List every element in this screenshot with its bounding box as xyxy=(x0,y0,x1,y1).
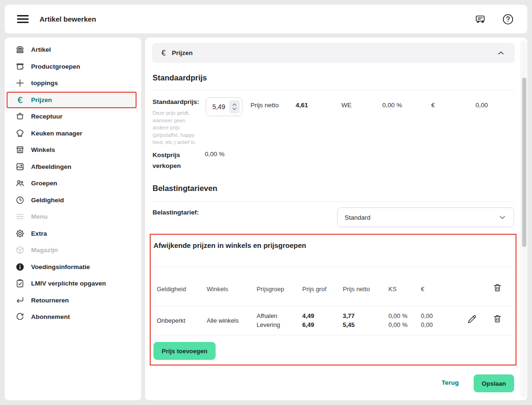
stepper-down-icon[interactable] xyxy=(232,107,237,111)
delete-all-icon[interactable] xyxy=(492,283,502,294)
sidebar-item-label: Keuken manager xyxy=(31,130,82,137)
we-label: WE xyxy=(341,102,352,109)
deviating-prices-section: Afwijkende prijzen in winkels en prijsgr… xyxy=(150,234,516,365)
divider xyxy=(153,90,515,90)
sidebar-item-toppings[interactable]: toppings xyxy=(5,75,141,92)
sidebar-item-geldigheid[interactable]: Geldigheid xyxy=(5,192,141,209)
col-euro: € xyxy=(421,286,424,293)
sidebar-item-label: Extra xyxy=(31,230,47,237)
col-winkels: Winkels xyxy=(207,286,228,293)
sidebar-item-groepen[interactable]: Groepen xyxy=(5,175,141,192)
sidebar-item-label: Magazijn xyxy=(31,246,58,254)
image-icon xyxy=(15,162,25,172)
menu-lines-icon xyxy=(15,212,25,222)
deviating-prices-heading: Afwijkende prijzen in winkels en prijsgr… xyxy=(153,241,306,249)
col-ks: KS xyxy=(388,286,396,293)
sidebar-item-afbeeldingen[interactable]: Afbeeldingen xyxy=(5,159,141,175)
product-box-icon xyxy=(15,62,25,71)
we-value: 0,00 % xyxy=(382,102,402,109)
sidebar-item-menu: Menu xyxy=(5,208,141,225)
stepper-up-icon[interactable] xyxy=(232,103,237,106)
people-icon xyxy=(15,178,25,188)
sidebar-item-label: Retourneren xyxy=(31,297,69,304)
tax-rate-label: Belastingtarief: xyxy=(153,209,199,216)
feedback-icon[interactable] xyxy=(475,14,486,25)
col-prijs-grof: Prijs grof xyxy=(302,286,326,293)
sidebar-item-label: Voedingsinformatie xyxy=(31,263,90,270)
sidebar-item-voedingsinformatie[interactable]: Voedingsinformatie xyxy=(5,259,141,276)
tax-rate-select[interactable]: Standard xyxy=(337,207,514,227)
cell-winkels: Alle winkels xyxy=(207,316,239,325)
prices-accordion-header[interactable]: € Prijzen xyxy=(152,43,515,63)
sidebar-item-artikel[interactable]: Artikel xyxy=(5,41,141,58)
chevron-down-icon xyxy=(498,213,507,222)
sidebar-item-abonnement[interactable]: Abonnement xyxy=(5,309,141,326)
sidebar-item-label: Abonnement xyxy=(31,313,70,320)
plus-icon xyxy=(15,78,25,88)
sidebar-item-label: Geldigheid xyxy=(31,197,64,204)
divider xyxy=(153,306,513,306)
sidebar-item-prijzen[interactable]: € Prijzen xyxy=(7,92,137,109)
cost-price-label: Kostprijs verkopen xyxy=(153,150,196,171)
sidebar-item-lmiv[interactable]: LMIV verplichte opgaven xyxy=(5,275,141,292)
col-prijs-netto: Prijs netto xyxy=(343,286,370,293)
sidebar-item-label: toppings xyxy=(31,79,58,87)
sidebar-item-label: Winkels xyxy=(31,146,55,153)
euro-symbol-label: € xyxy=(431,102,435,109)
sidebar-item-magazijn: Magazijn xyxy=(5,242,141,259)
sidebar-item-label: Artikel xyxy=(31,46,51,53)
cell-ks-1: 0,00 % xyxy=(388,311,407,320)
standard-price-label: Standaardprijs: xyxy=(153,98,199,105)
euro-value: 0,00 xyxy=(476,102,488,109)
store-icon xyxy=(15,145,25,155)
main-panel: € Prijzen Standaardprijs Standaardprijs:… xyxy=(145,38,527,400)
cell-geldigheid: Onbeperkt xyxy=(157,316,185,325)
edit-row-icon[interactable] xyxy=(467,314,477,326)
sidebar-item-keuken-manager[interactable]: Keuken manager xyxy=(5,125,141,142)
save-button[interactable]: Opslaan xyxy=(474,374,514,392)
back-button[interactable]: Terug xyxy=(442,379,459,386)
sidebar-item-productgroepen[interactable]: Productgroepen xyxy=(5,58,141,75)
col-prijsgroep: Prijsgroep xyxy=(257,286,284,293)
cell-ks-2: 0,00 % xyxy=(388,320,407,329)
netto-value: 4,61 xyxy=(296,102,308,109)
sidebar-item-label: Menu xyxy=(31,213,48,220)
sidebar-item-label: Afbeeldingen xyxy=(31,163,72,170)
page-title: Artikel bewerken xyxy=(40,15,96,23)
cell-prijs-grof-1: 4,49 xyxy=(302,311,314,320)
cell-prijsgroep-2: Levering xyxy=(257,320,280,329)
delete-row-icon[interactable] xyxy=(492,314,502,326)
euro-icon: € xyxy=(161,49,166,57)
clipboard-check-icon xyxy=(15,278,25,288)
sidebar-item-winkels[interactable]: Winkels xyxy=(5,142,141,159)
sidebar-item-retourneren[interactable]: Retourneren xyxy=(5,292,141,309)
scrollbar-thumb[interactable] xyxy=(522,78,526,247)
sidebar-item-label: Prijzen xyxy=(31,96,52,103)
return-arrow-icon xyxy=(15,295,25,305)
tax-rate-selected-value: Standard xyxy=(345,214,498,221)
cell-prijs-netto-2: 5,45 xyxy=(343,320,355,329)
standard-price-value: 5,49 xyxy=(212,103,229,111)
netto-label: Prijs netto xyxy=(250,102,279,109)
add-price-button[interactable]: Prijs toevoegen xyxy=(153,342,216,360)
cell-euro-1: 0,00 xyxy=(421,311,433,320)
hamburger-menu-icon[interactable] xyxy=(17,15,29,23)
pot-icon xyxy=(15,111,25,121)
sidebar-item-receptuur[interactable]: Receptuur xyxy=(5,108,141,125)
tax-heading: Belastingtarieven xyxy=(153,184,218,193)
topbar-icons xyxy=(475,13,514,25)
refresh-icon xyxy=(15,312,25,322)
divider xyxy=(153,267,513,267)
chevron-up-icon[interactable] xyxy=(497,49,505,57)
sidebar-item-extra[interactable]: Extra xyxy=(5,225,141,242)
euro-icon: € xyxy=(15,95,25,105)
info-icon xyxy=(15,262,25,272)
sidebar: Artikel Productgroepen toppings € Prijze… xyxy=(5,38,141,400)
price-stepper[interactable] xyxy=(229,100,240,113)
help-icon[interactable] xyxy=(502,13,514,25)
standard-price-heading: Standaardprijs xyxy=(153,73,207,82)
burger-icon xyxy=(15,45,25,55)
col-geldigheid: Geldigheid xyxy=(157,286,186,293)
standard-price-input[interactable]: 5,49 xyxy=(206,97,242,116)
top-bar: Artikel bewerken xyxy=(5,5,527,33)
